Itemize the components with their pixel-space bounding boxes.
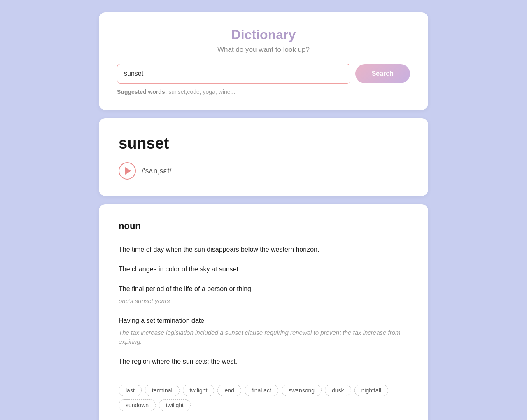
definition-text: Having a set termination date. <box>119 316 408 326</box>
definition-text: The changes in color of the sky at sunse… <box>119 264 408 274</box>
definition-item: Having a set termination date. The tax i… <box>119 311 408 352</box>
search-button[interactable]: Search <box>355 64 410 83</box>
tag[interactable]: sundown <box>119 399 156 411</box>
tag[interactable]: twilight <box>159 399 191 411</box>
search-card: Dictionary What do you want to look up? … <box>99 12 428 110</box>
phonetic-text: /'sʌn,sɛt/ <box>142 166 171 175</box>
definition-text: The time of day when the sun disappears … <box>119 245 408 254</box>
pos-label: noun <box>119 221 408 231</box>
tag[interactable]: end <box>217 385 241 396</box>
play-pronunciation-button[interactable] <box>119 162 136 180</box>
app-subtitle: What do you want to look up? <box>117 46 410 54</box>
search-input[interactable] <box>117 64 350 84</box>
definition-list: The time of day when the sun disappears … <box>119 240 408 371</box>
definition-text: The region where the sun sets; the west. <box>119 357 408 366</box>
definition-card: noun The time of day when the sun disapp… <box>99 204 428 420</box>
page-container: Dictionary What do you want to look up? … <box>91 12 436 420</box>
tag[interactable]: twilight <box>183 385 215 396</box>
definition-item: The region where the sun sets; the west. <box>119 352 408 371</box>
suggested-label: Suggested words: <box>117 89 167 95</box>
suggested-words: Suggested words: sunset,code, yoga, wine… <box>117 89 410 95</box>
definition-item: The time of day when the sun disappears … <box>119 240 408 259</box>
suggested-words-list: sunset,code, yoga, wine... <box>168 89 235 95</box>
tag[interactable]: swansong <box>282 385 322 396</box>
search-row: Search <box>117 64 410 84</box>
tag[interactable]: final act <box>245 385 278 396</box>
app-title: Dictionary <box>117 27 410 42</box>
play-icon <box>125 167 131 175</box>
tags-row: lastterminaltwilightendfinal actswansong… <box>119 381 408 411</box>
definition-item: The changes in color of the sky at sunse… <box>119 259 408 279</box>
example-text: The tax increase legislation included a … <box>119 328 408 347</box>
word-title: sunset <box>119 135 408 152</box>
tag[interactable]: terminal <box>145 385 180 396</box>
tag[interactable]: nightfall <box>354 385 388 396</box>
example-text: one's sunset years <box>119 296 408 306</box>
word-card: sunset /'sʌn,sɛt/ <box>99 118 428 196</box>
tag[interactable]: dusk <box>325 385 351 396</box>
definition-item: The final period of the life of a person… <box>119 279 408 311</box>
tag[interactable]: last <box>119 385 142 396</box>
definition-text: The final period of the life of a person… <box>119 284 408 294</box>
pronunciation-row: /'sʌn,sɛt/ <box>119 162 408 180</box>
